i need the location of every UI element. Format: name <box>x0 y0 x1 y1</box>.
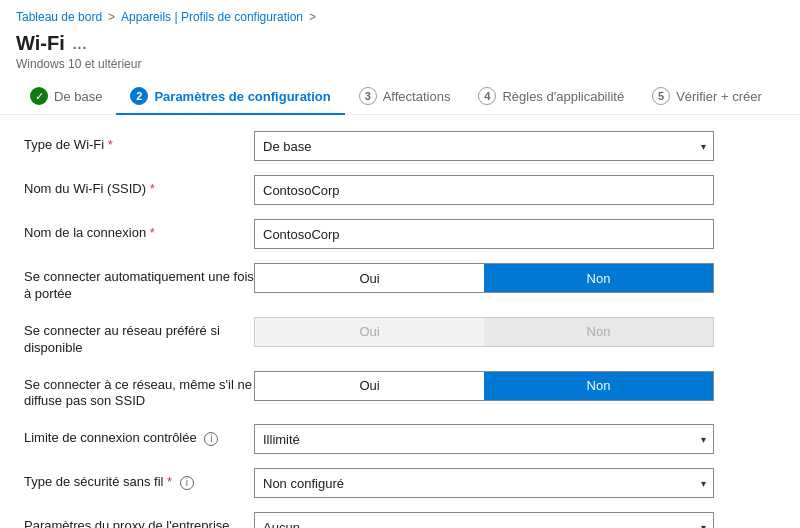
hidden-ssid-non-button[interactable]: Non <box>484 372 713 400</box>
tab-affectations[interactable]: 3 Affectations <box>345 79 465 115</box>
tab-verifier-num: 5 <box>652 87 670 105</box>
security-type-info-icon[interactable]: i <box>180 476 194 490</box>
form-content: Type de Wi-Fi * De base Entreprise ▾ Nom… <box>0 131 800 528</box>
auto-connect-oui-button[interactable]: Oui <box>255 264 484 292</box>
metered-select-wrapper: Illimité Fixe Variable ▾ <box>254 424 714 454</box>
preferred-network-row: Se connecter au réseau préféré si dispon… <box>24 317 776 357</box>
ssid-label: Nom du Wi-Fi (SSID) * <box>24 175 254 198</box>
ssid-row: Nom du Wi-Fi (SSID) * <box>24 175 776 205</box>
tab-regles-num: 4 <box>478 87 496 105</box>
wifi-type-select[interactable]: De base Entreprise <box>254 131 714 161</box>
metered-control: Illimité Fixe Variable ▾ <box>254 424 714 454</box>
connection-name-required: * <box>150 225 155 240</box>
tab-regles[interactable]: 4 Règles d'applicabilité <box>464 79 638 115</box>
wifi-type-row: Type de Wi-Fi * De base Entreprise ▾ <box>24 131 776 161</box>
ssid-control <box>254 175 714 205</box>
auto-connect-label: Se connecter automatiquement une fois à … <box>24 263 254 303</box>
tab-verifier-label: Vérifier + créer <box>676 89 762 104</box>
tab-verifier[interactable]: 5 Vérifier + créer <box>638 79 776 115</box>
wifi-type-select-wrapper: De base Entreprise ▾ <box>254 131 714 161</box>
wifi-type-label: Type de Wi-Fi * <box>24 131 254 154</box>
page-title-text: Wi-Fi <box>16 32 65 55</box>
security-type-required: * <box>167 474 172 489</box>
security-type-control: Non configuré WPA/WPA2-Personal WPA3-Per… <box>254 468 714 498</box>
security-type-row: Type de sécurité sans fil * i Non config… <box>24 468 776 498</box>
proxy-row: Paramètres du proxy de l'entreprise Aucu… <box>24 512 776 528</box>
tab-de-base-label: De base <box>54 89 102 104</box>
ssid-required: * <box>150 181 155 196</box>
ssid-input[interactable] <box>254 175 714 205</box>
tab-parametres-label: Paramètres de configuration <box>154 89 330 104</box>
proxy-control: Aucun Manuel Automatique ▾ <box>254 512 714 528</box>
tab-de-base[interactable]: ✓ De base <box>16 79 116 115</box>
auto-connect-control: Oui Non <box>254 263 714 293</box>
breadcrumb-sep2: > <box>309 10 316 24</box>
preferred-network-oui-button: Oui <box>255 318 484 346</box>
hidden-ssid-toggle: Oui Non <box>254 371 714 401</box>
security-type-select[interactable]: Non configuré WPA/WPA2-Personal WPA3-Per… <box>254 468 714 498</box>
metered-label: Limite de connexion contrôlée i <box>24 424 254 447</box>
auto-connect-toggle: Oui Non <box>254 263 714 293</box>
auto-connect-non-button[interactable]: Non <box>484 264 713 292</box>
wifi-type-control: De base Entreprise ▾ <box>254 131 714 161</box>
tabs-bar: ✓ De base 2 Paramètres de configuration … <box>0 79 800 115</box>
auto-connect-row: Se connecter automatiquement une fois à … <box>24 263 776 303</box>
metered-select[interactable]: Illimité Fixe Variable <box>254 424 714 454</box>
preferred-network-non-button: Non <box>484 318 713 346</box>
preferred-network-toggle: Oui Non <box>254 317 714 347</box>
preferred-network-control: Oui Non <box>254 317 714 347</box>
tab-regles-label: Règles d'applicabilité <box>502 89 624 104</box>
breadcrumb-item1[interactable]: Tableau de bord <box>16 10 102 24</box>
ellipsis-button[interactable]: ... <box>73 36 88 52</box>
breadcrumb-sep1: > <box>108 10 115 24</box>
wifi-type-required: * <box>108 137 113 152</box>
tab-parametres-num: 2 <box>130 87 148 105</box>
tab-check-icon: ✓ <box>30 87 48 105</box>
tab-parametres[interactable]: 2 Paramètres de configuration <box>116 79 344 115</box>
connection-name-label: Nom de la connexion * <box>24 219 254 242</box>
hidden-ssid-control: Oui Non <box>254 371 714 401</box>
connection-name-control <box>254 219 714 249</box>
breadcrumb: Tableau de bord > Appareils | Profils de… <box>0 0 800 28</box>
hidden-ssid-row: Se connecter à ce réseau, même s'il ne d… <box>24 371 776 411</box>
proxy-select[interactable]: Aucun Manuel Automatique <box>254 512 714 528</box>
hidden-ssid-oui-button[interactable]: Oui <box>255 372 484 400</box>
hidden-ssid-label: Se connecter à ce réseau, même s'il ne d… <box>24 371 254 411</box>
connection-name-row: Nom de la connexion * <box>24 219 776 249</box>
metered-row: Limite de connexion contrôlée i Illimité… <box>24 424 776 454</box>
tab-affectations-num: 3 <box>359 87 377 105</box>
metered-info-icon[interactable]: i <box>204 432 218 446</box>
page-header: Wi-Fi ... Windows 10 et ultérieur <box>0 28 800 79</box>
connection-name-input[interactable] <box>254 219 714 249</box>
proxy-select-wrapper: Aucun Manuel Automatique ▾ <box>254 512 714 528</box>
page-subtitle: Windows 10 et ultérieur <box>16 57 784 71</box>
tab-affectations-label: Affectations <box>383 89 451 104</box>
preferred-network-label: Se connecter au réseau préféré si dispon… <box>24 317 254 357</box>
security-type-label: Type de sécurité sans fil * i <box>24 468 254 491</box>
proxy-label: Paramètres du proxy de l'entreprise <box>24 512 254 528</box>
breadcrumb-item2[interactable]: Appareils | Profils de configuration <box>121 10 303 24</box>
security-type-select-wrapper: Non configuré WPA/WPA2-Personal WPA3-Per… <box>254 468 714 498</box>
